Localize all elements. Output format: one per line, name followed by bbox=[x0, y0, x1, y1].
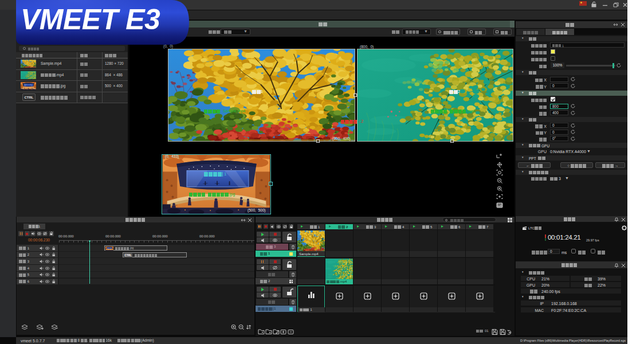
svg-text:VMEET E3: VMEET E3 bbox=[21, 3, 160, 36]
